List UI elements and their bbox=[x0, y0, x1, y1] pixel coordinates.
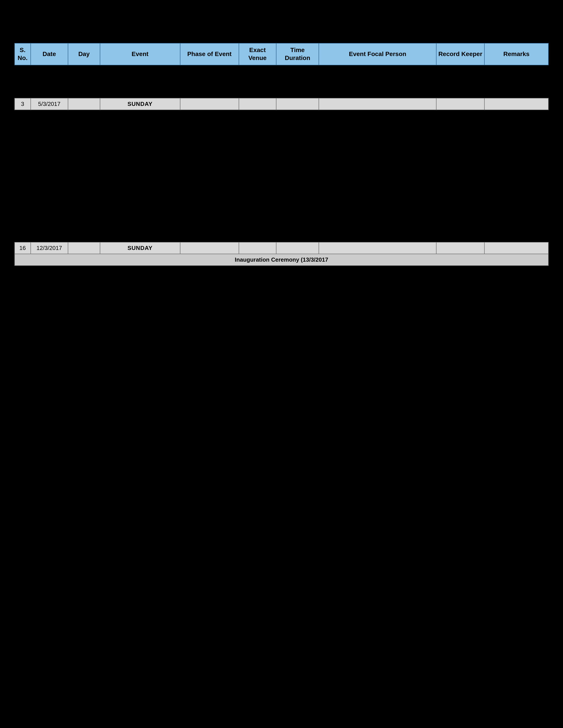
header-focal: Event Focal Person bbox=[319, 43, 436, 65]
cell-venue-16 bbox=[239, 242, 276, 254]
header-venue: Exact Venue bbox=[239, 43, 276, 65]
section-header-inauguration: Inauguration Ceremony (13/3/2017 bbox=[15, 254, 548, 266]
cell-sno-3: 3 bbox=[15, 98, 31, 110]
cell-phase-3 bbox=[180, 98, 239, 110]
cell-venue-3 bbox=[239, 98, 276, 110]
table-row: 16 12/3/2017 SUNDAY bbox=[15, 242, 548, 254]
header-day: Day bbox=[68, 43, 100, 65]
spacer-7 bbox=[15, 143, 548, 154]
cell-date-3: 5/3/2017 bbox=[31, 98, 68, 110]
spacer-9 bbox=[15, 165, 548, 176]
spacer-15 bbox=[15, 231, 548, 242]
cell-phase-16 bbox=[180, 242, 239, 254]
spacer-1 bbox=[15, 65, 548, 76]
header-date: Date bbox=[31, 43, 68, 65]
spacer-2 bbox=[15, 76, 548, 87]
page-container: S. No. Date Day Event Phase of Event Exa… bbox=[0, 0, 563, 728]
cell-remarks-16 bbox=[484, 242, 548, 254]
cell-day-16 bbox=[68, 242, 100, 254]
section-header-text: Inauguration Ceremony (13/3/2017 bbox=[15, 254, 548, 266]
spacer-13 bbox=[15, 209, 548, 220]
cell-event-3: SUNDAY bbox=[100, 98, 180, 110]
cell-event-16: SUNDAY bbox=[100, 242, 180, 254]
spacer-3 bbox=[15, 87, 548, 98]
cell-remarks-3 bbox=[484, 98, 548, 110]
spacer-10 bbox=[15, 176, 548, 187]
table-row: 3 5/3/2017 SUNDAY bbox=[15, 98, 548, 110]
spacer-12 bbox=[15, 198, 548, 209]
main-table: S. No. Date Day Event Phase of Event Exa… bbox=[14, 43, 549, 266]
cell-time-3 bbox=[276, 98, 319, 110]
spacer-4 bbox=[15, 110, 548, 121]
cell-focal-3 bbox=[319, 98, 436, 110]
cell-keeper-3 bbox=[436, 98, 484, 110]
spacer-5 bbox=[15, 121, 548, 132]
cell-date-16: 12/3/2017 bbox=[31, 242, 68, 254]
cell-focal-16 bbox=[319, 242, 436, 254]
table-wrapper: S. No. Date Day Event Phase of Event Exa… bbox=[14, 43, 549, 266]
header-event: Event bbox=[100, 43, 180, 65]
header-remarks: Remarks bbox=[484, 43, 548, 65]
spacer-8 bbox=[15, 154, 548, 165]
header-sno: S. No. bbox=[15, 43, 31, 65]
header-time: Time Duration bbox=[276, 43, 319, 65]
cell-day-3 bbox=[68, 98, 100, 110]
spacer-11 bbox=[15, 187, 548, 198]
table-header-row: S. No. Date Day Event Phase of Event Exa… bbox=[15, 43, 548, 65]
cell-time-16 bbox=[276, 242, 319, 254]
header-phase: Phase of Event bbox=[180, 43, 239, 65]
header-keeper: Record Keeper bbox=[436, 43, 484, 65]
cell-keeper-16 bbox=[436, 242, 484, 254]
spacer-14 bbox=[15, 220, 548, 231]
spacer-6 bbox=[15, 132, 548, 143]
cell-sno-16: 16 bbox=[15, 242, 31, 254]
